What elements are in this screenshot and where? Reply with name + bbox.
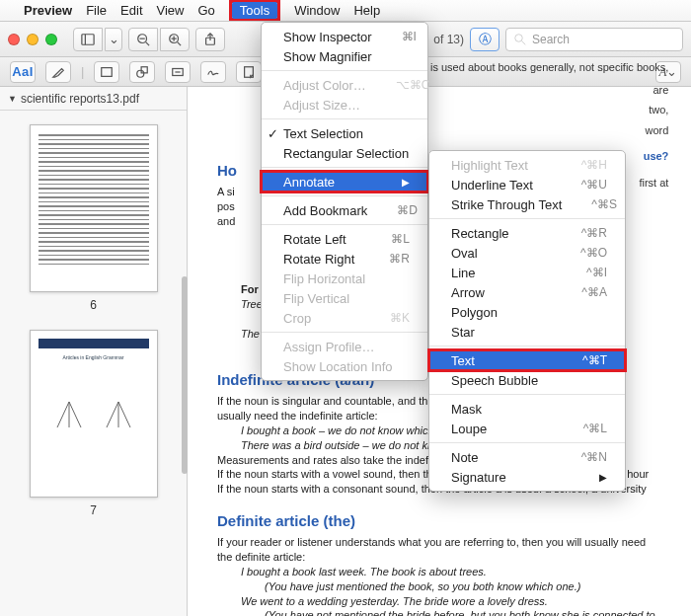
menu-go[interactable]: Go [197,3,214,18]
menu-help[interactable]: Help [353,3,380,18]
search-field[interactable]: Search [505,28,683,51]
text-style-button[interactable]: AaI [10,61,36,83]
svg-line-12 [522,40,526,44]
svg-point-14 [137,70,144,77]
menu-item-annotate[interactable]: Annotate▶ [262,172,427,192]
menu-item-show-magnifier[interactable]: Show Magnifier [262,46,427,66]
minimize-button[interactable] [27,34,38,45]
menu-item-mask[interactable]: Mask [429,399,625,419]
markup-button[interactable]: Ⓐ [470,28,499,51]
page-counter: of 13) [433,33,464,46]
menu-item-label: Show Location Info [283,359,393,374]
menu-item-note[interactable]: Note^⌘N [429,447,625,467]
menu-item-rotate-right[interactable]: Rotate Right⌘R [262,249,427,269]
thumbnail-list[interactable]: 6 Articles in English Grammar 7 [0,111,187,616]
tools-menu: Show Inspector⌘IShow MagnifierAdjust Col… [261,22,428,381]
svg-line-20 [69,402,81,427]
shapes-tool[interactable] [129,61,155,83]
menu-view[interactable]: View [157,3,185,18]
thumbnail[interactable]: 6 [30,124,158,312]
page-thumb-7[interactable]: Articles in English Grammar [30,330,158,498]
menu-item-label: Line [451,266,476,280]
menu-shortcut: ^⌘I [557,266,607,279]
document-title-row[interactable]: ▼ scientific reports13.pdf [0,87,187,111]
menu-item-text[interactable]: Text^⌘T [429,350,625,370]
share-button[interactable] [195,28,225,51]
sign-tool[interactable] [200,61,226,83]
menu-item-oval[interactable]: Oval^⌘O [429,243,625,263]
menu-item-show-inspector[interactable]: Show Inspector⌘I [262,27,427,46]
menu-item-arrow[interactable]: Arrow^⌘A [429,282,625,302]
menu-shortcut: ^⌘O [551,246,607,260]
diagram-icon [49,400,89,429]
menu-shortcut: ⌘D [367,203,418,217]
shapes-icon [135,65,149,79]
menu-shortcut: ^⌘R [552,226,607,240]
menu-item-adjust-size-: Adjust Size… [262,95,427,115]
menu-tools[interactable]: Tools [232,2,277,19]
menu-file[interactable]: File [86,3,107,18]
menu-item-loupe[interactable]: Loupe^⌘L [429,419,625,438]
signature-icon [206,65,220,79]
menu-shortcut: ⌘I [372,30,417,43]
menu-item-show-location-info: Show Location Info [262,356,427,376]
search-placeholder: Search [532,33,570,46]
svg-line-3 [146,41,150,45]
menu-item-rectangular-selection[interactable]: Rectangular Selection [262,143,427,163]
menu-window[interactable]: Window [294,3,340,18]
sidebar-scrollbar[interactable] [182,276,188,474]
thumbnail[interactable]: Articles in English Grammar 7 [30,330,158,517]
zoom-in-button[interactable] [160,28,190,51]
svg-line-6 [178,41,182,45]
highlight-tool[interactable] [45,61,71,83]
svg-line-19 [57,402,69,427]
textbox-icon [171,65,185,79]
submenu-arrow-icon: ▶ [372,177,410,188]
body-text: If your reader or listener understands w… [217,535,661,565]
rect-tool[interactable] [94,61,119,83]
sidebar-menu[interactable]: ⌄ [105,28,122,51]
menu-item-label: Rectangular Selection [283,146,409,161]
menu-item-text-selection[interactable]: ✓Text Selection [262,123,427,143]
page-thumb-6[interactable] [30,124,158,292]
note-tool[interactable] [236,61,262,83]
body-text: I bought a book last week. The book is a… [241,565,661,579]
zoom-button[interactable] [45,34,57,45]
menu-edit[interactable]: Edit [120,3,142,18]
zoom-out-icon [136,33,150,46]
sidebar-toggle[interactable] [73,28,103,51]
menu-shortcut: ⌘L [361,232,410,246]
app-name[interactable]: Preview [24,3,72,18]
menu-item-speech-bubble[interactable]: Speech Bubble [429,370,625,390]
menu-shortcut: ^⌘L [554,422,607,435]
menu-item-label: Show Inspector [283,30,372,44]
menu-item-signature[interactable]: Signature▶ [429,467,625,487]
menu-shortcut: ⌘R [359,252,410,266]
menu-item-polygon[interactable]: Polygon [429,302,625,322]
menu-shortcut: ^⌘A [552,285,607,299]
menu-shortcut: ⌘K [360,311,410,325]
svg-rect-13 [102,67,113,76]
submenu-arrow-icon: ▶ [570,472,607,483]
menu-item-label: Signature [451,470,506,485]
menu-item-rectangle[interactable]: Rectangle^⌘R [429,223,625,243]
menu-item-add-bookmark[interactable]: Add Bookmark⌘D [262,200,427,220]
menu-item-label: Show Magnifier [283,49,372,64]
svg-line-23 [118,402,130,427]
menu-item-label: Speech Bubble [451,373,538,388]
text-tool[interactable] [165,61,191,83]
menu-item-line[interactable]: Line^⌘I [429,263,625,282]
menu-shortcut: ^⌘N [552,450,607,464]
menu-item-star[interactable]: Star [429,322,625,342]
menubar: Preview File Edit View Go Tools Window H… [0,0,691,22]
zoom-out-button[interactable] [128,28,158,51]
annotate-submenu: Highlight Text^⌘HUnderline Text^⌘UStrike… [428,150,626,492]
body-text: (You have not mentioned the bride before… [265,608,661,616]
close-button[interactable] [8,34,20,45]
window-controls [8,34,57,45]
menu-item-label: Polygon [451,305,498,320]
menu-item-flip-horizontal: Flip Horizontal [262,269,427,288]
menu-item-rotate-left[interactable]: Rotate Left⌘L [262,229,427,249]
menu-tools-highlight: Tools [229,0,280,21]
menu-item-strike-through-text[interactable]: Strike Through Text^⌘S [429,194,625,214]
